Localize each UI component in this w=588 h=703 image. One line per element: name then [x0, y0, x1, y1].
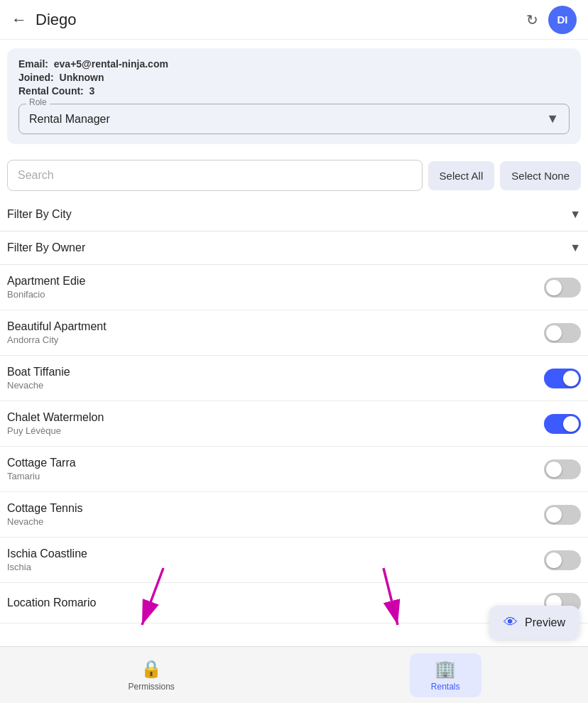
- rental-info: Location Romario: [7, 596, 96, 609]
- back-icon[interactable]: ←: [11, 11, 27, 29]
- rental-name: Beautiful Apartment: [7, 320, 107, 333]
- preview-popup[interactable]: 👁 Preview: [489, 606, 579, 639]
- rental-toggle[interactable]: [544, 505, 581, 525]
- rental-item: Cottage Tennis Nevache: [0, 492, 588, 538]
- rental-info: Ischia Coastline Ischia: [7, 547, 87, 572]
- nav-item-rentals[interactable]: 🏢 Rentals: [410, 653, 481, 697]
- header-right: ↻ DI: [526, 6, 577, 34]
- rental-city: Bonifacio: [7, 289, 85, 300]
- role-value: Rental Manager: [29, 113, 110, 126]
- rental-city: Nevache: [7, 380, 70, 391]
- bottom-nav: 🔒 Permissions 🏢 Rentals: [0, 646, 588, 703]
- rental-toggle[interactable]: [544, 323, 581, 343]
- filter-city-label: Filter By City: [7, 208, 72, 221]
- rental-info: Cottage Tarra Tamariu: [7, 457, 76, 481]
- rental-name: Cottage Tennis: [7, 502, 82, 515]
- rental-item: Apartment Edie Bonifacio: [0, 265, 588, 310]
- role-select[interactable]: Rental Manager ▼: [29, 111, 559, 126]
- rental-name: Chalet Watermelon: [7, 411, 104, 424]
- rental-item: Cottage Tarra Tamariu: [0, 447, 588, 492]
- rental-city: Ischia: [7, 562, 87, 572]
- email-label: Email:: [18, 58, 48, 70]
- chevron-city-icon: ▼: [570, 208, 581, 221]
- rentals-label: Rentals: [431, 682, 460, 692]
- toggle-knob: [546, 280, 562, 295]
- permissions-icon: 🔒: [141, 659, 162, 679]
- rental-info: Chalet Watermelon Puy Lévèque: [7, 411, 104, 436]
- filter-by-owner[interactable]: Filter By Owner ▼: [0, 231, 588, 265]
- rental-name: Ischia Coastline: [7, 547, 87, 560]
- joined-value: Unknown: [60, 72, 104, 83]
- search-input[interactable]: [7, 160, 423, 191]
- rental-city: Puy Lévèque: [7, 425, 104, 436]
- rental-name: Boat Tiffanie: [7, 366, 70, 378]
- rental-name: Location Romario: [7, 596, 96, 609]
- email-line: Email: eva+5@rental-ninja.com: [18, 58, 570, 70]
- toggle-knob: [546, 507, 562, 523]
- toggle-knob: [546, 552, 562, 568]
- rental-item: Chalet Watermelon Puy Lévèque: [0, 401, 588, 447]
- nav-item-permissions[interactable]: 🔒 Permissions: [107, 653, 195, 697]
- rental-toggle[interactable]: [544, 459, 581, 479]
- rental-toggle[interactable]: [544, 278, 581, 298]
- info-card: Email: eva+5@rental-ninja.com Joined: Un…: [7, 48, 581, 144]
- rental-count-label: Rental Count:: [18, 85, 84, 97]
- joined-line: Joined: Unknown: [18, 72, 570, 83]
- rental-item: Ischia Coastline Ischia: [0, 538, 588, 583]
- rental-toggle[interactable]: [544, 550, 581, 570]
- filter-owner-label: Filter By Owner: [7, 241, 85, 254]
- rental-info: Boat Tiffanie Nevache: [7, 366, 70, 391]
- rental-name: Cottage Tarra: [7, 457, 76, 469]
- joined-label: Joined:: [18, 72, 54, 83]
- search-row: Select All Select None: [0, 153, 588, 198]
- rental-name: Apartment Edie: [7, 275, 85, 288]
- eye-icon: 👁: [503, 614, 518, 631]
- permissions-label: Permissions: [128, 682, 174, 692]
- rental-list: Apartment Edie Bonifacio Beautiful Apart…: [0, 265, 588, 623]
- rental-toggle[interactable]: [544, 414, 581, 434]
- toggle-knob: [563, 371, 579, 386]
- rentals-icon: 🏢: [435, 659, 456, 679]
- page-title: Diego: [36, 11, 76, 29]
- toggle-knob: [546, 462, 562, 477]
- role-field[interactable]: Role Rental Manager ▼: [18, 104, 570, 134]
- role-label: Role: [26, 97, 50, 107]
- rental-info: Beautiful Apartment Andorra City: [7, 320, 107, 345]
- rental-count-value: 3: [89, 85, 95, 97]
- rental-city: Nevache: [7, 516, 82, 527]
- rental-info: Apartment Edie Bonifacio: [7, 275, 85, 300]
- email-value: eva+5@rental-ninja.com: [54, 58, 168, 70]
- rental-item: Boat Tiffanie Nevache: [0, 356, 588, 401]
- rental-city: Tamariu: [7, 471, 76, 481]
- refresh-icon[interactable]: ↻: [526, 11, 538, 28]
- filter-by-city[interactable]: Filter By City ▼: [0, 198, 588, 231]
- chevron-owner-icon: ▼: [570, 241, 581, 254]
- rental-city: Andorra City: [7, 334, 107, 345]
- toggle-knob: [546, 325, 562, 341]
- avatar: DI: [548, 6, 577, 34]
- select-all-button[interactable]: Select All: [428, 161, 495, 190]
- preview-label: Preview: [525, 616, 565, 629]
- toggle-knob: [563, 416, 579, 432]
- chevron-down-icon: ▼: [546, 111, 559, 126]
- header-left: ← Diego: [11, 11, 76, 29]
- rental-count-line: Rental Count: 3: [18, 85, 570, 97]
- header: ← Diego ↻ DI: [0, 0, 588, 40]
- rental-item: Beautiful Apartment Andorra City: [0, 310, 588, 356]
- select-none-button[interactable]: Select None: [500, 161, 581, 190]
- rental-toggle[interactable]: [544, 369, 581, 388]
- rental-info: Cottage Tennis Nevache: [7, 502, 82, 527]
